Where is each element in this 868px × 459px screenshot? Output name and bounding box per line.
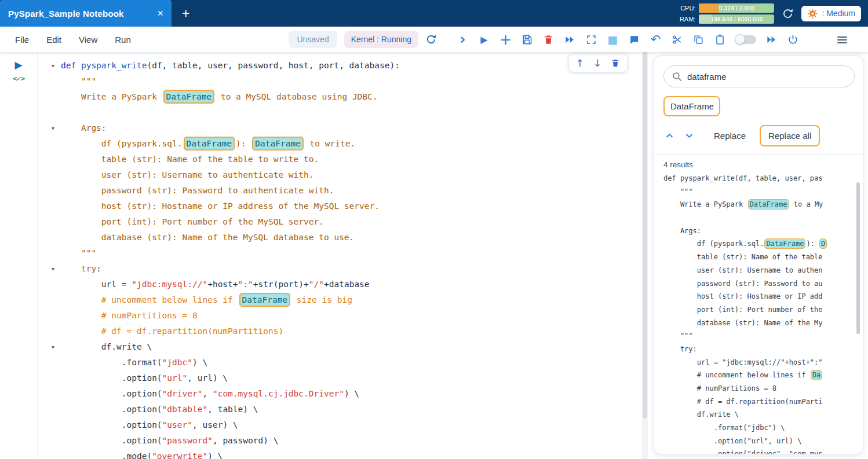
preview-line[interactable]: try:: [663, 343, 855, 356]
code-token: Args:: [663, 227, 701, 235]
code-line[interactable]: url = "jdbc:mysql://"+host+":"+str(port)…: [52, 277, 642, 292]
code-line[interactable]: .option("password", password) \: [52, 433, 642, 449]
code-line[interactable]: # df = df.repartition(numPartitions): [52, 324, 642, 339]
preview-line[interactable]: """: [663, 329, 855, 343]
code-editor[interactable]: ▾def pyspark_write(df, table, user, pass…: [37, 52, 642, 459]
fast-forward-button[interactable]: [761, 29, 782, 50]
replace-all-button[interactable]: Replace all: [760, 125, 820, 146]
code-line[interactable]: port (int): Port number of the MySQL ser…: [52, 214, 642, 230]
notebook-tab[interactable]: PySpark_Sample Notebook ×: [0, 0, 172, 27]
cut-button[interactable]: [666, 29, 688, 50]
code-line[interactable]: host (str): Hostname or IP address of th…: [52, 199, 642, 214]
new-tab-button[interactable]: +: [182, 6, 189, 21]
code-line[interactable]: table (str): Name of the table to write …: [52, 152, 642, 167]
preview-line[interactable]: .option("url", url) \: [663, 435, 855, 448]
undo-button[interactable]: ↶: [645, 29, 666, 50]
run-cell-button[interactable]: ▶: [473, 29, 495, 50]
run-all-button[interactable]: [559, 29, 581, 50]
code-line[interactable]: .option("dbtable", table) \: [52, 402, 642, 417]
delete-cell-button[interactable]: [611, 58, 620, 68]
code-line[interactable]: user (str): Username to authenticate wit…: [52, 167, 642, 183]
preview-line[interactable]: .format("jdbc") \: [663, 421, 855, 435]
instance-selector[interactable]: : Medium: [801, 6, 861, 21]
code-line[interactable]: df (pyspark.sql.DataFrame): DataFrame to…: [52, 136, 642, 152]
preview-line[interactable]: Write a PySpark DataFrame to a My: [663, 198, 855, 211]
main-menu-button[interactable]: ≡: [831, 29, 853, 50]
code-token: df.write \: [61, 342, 152, 351]
preview-line[interactable]: # uncomment below lines if Da: [663, 369, 855, 382]
fold-marker-icon[interactable]: ▾: [52, 339, 61, 355]
preview-line[interactable]: """: [663, 185, 855, 199]
menu-run[interactable]: Run: [115, 35, 131, 45]
preview-line[interactable]: host (str): Hostname or IP add: [663, 290, 855, 303]
preview-line[interactable]: # df = df.repartition(numParti: [663, 395, 855, 409]
preview-line[interactable]: user (str): Username to authen: [663, 264, 855, 277]
scrollbar-thumb[interactable]: [643, 52, 647, 418]
menu-file[interactable]: File: [15, 35, 29, 45]
code-line[interactable]: [52, 105, 642, 120]
preview-line[interactable]: df (pyspark.sql.DataFrame): D: [663, 237, 855, 251]
editor-scrollbar[interactable]: [642, 52, 648, 459]
code-line[interactable]: .format("jdbc") \: [52, 355, 642, 370]
preview-line[interactable]: [663, 211, 855, 225]
run-cell-gutter-button[interactable]: ▶: [14, 59, 22, 71]
restart-kernel-icon[interactable]: [425, 34, 437, 45]
fullscreen-button[interactable]: [581, 29, 602, 50]
next-match-button[interactable]: [683, 130, 695, 142]
code-line[interactable]: ▾ Args:: [52, 120, 642, 136]
code-line[interactable]: # uncomment below lines if DataFrame siz…: [52, 292, 642, 308]
replace-button[interactable]: Replace: [714, 131, 746, 141]
code-line[interactable]: .mode("overwrite") \: [52, 449, 642, 459]
search-input[interactable]: [687, 72, 847, 82]
fold-marker-icon[interactable]: ▾: [52, 58, 61, 74]
code-line[interactable]: ▾ df.write \: [52, 339, 642, 355]
preview-line[interactable]: password (str): Password to au: [663, 277, 855, 291]
code-line[interactable]: password (str): Password to authenticate…: [52, 183, 642, 199]
move-cell-down-button[interactable]: ↓: [593, 57, 601, 69]
stop-button[interactable]: ■: [602, 29, 623, 50]
paste-button[interactable]: [709, 29, 731, 50]
panel-scrollbar-thumb[interactable]: [856, 182, 860, 334]
menu-edit[interactable]: Edit: [46, 35, 61, 45]
code-text: .option("password", password) \: [61, 433, 278, 449]
delete-cell-button[interactable]: [538, 29, 559, 50]
preview-line[interactable]: port (int): Port number of the: [663, 303, 855, 317]
menu-view[interactable]: View: [79, 35, 97, 45]
copy-button[interactable]: [688, 29, 709, 50]
preview-line[interactable]: # numPartitions = 8: [663, 382, 855, 395]
preview-line[interactable]: database (str): Name of the My: [663, 317, 855, 330]
fold-marker-icon[interactable]: ▾: [52, 261, 61, 277]
gear-icon: [807, 8, 818, 19]
step-run-button[interactable]: ›: [452, 29, 473, 50]
code-line[interactable]: # numPartitions = 8: [52, 308, 642, 324]
shutdown-button[interactable]: [782, 29, 804, 50]
code-line[interactable]: .option("url", url) \: [52, 370, 642, 386]
preview-line[interactable]: url = "jdbc:mysql://"+host+":": [663, 356, 855, 369]
fold-marker-icon[interactable]: ▾: [52, 120, 61, 136]
preview-line[interactable]: .option("driver", "com.mys: [663, 447, 855, 454]
code-line[interactable]: """: [52, 74, 642, 89]
previous-match-button[interactable]: [663, 130, 676, 142]
code-token: database (str): Name of the My: [663, 319, 823, 327]
preview-line[interactable]: df.write \: [663, 408, 855, 421]
code-line[interactable]: """: [52, 245, 642, 261]
close-tab-icon[interactable]: ×: [157, 8, 163, 19]
comment-button[interactable]: [623, 29, 645, 50]
code-text: Write a PySpark DataFrame to a MySQL dat…: [61, 89, 378, 105]
code-line[interactable]: ▾ try:: [52, 261, 642, 277]
code-line[interactable]: .option("driver", "com.mysql.cj.jdbc.Dri…: [52, 386, 642, 402]
preview-line[interactable]: def pyspark_write(df, table, user, pas: [663, 172, 855, 185]
preview-line[interactable]: Args:: [663, 225, 855, 238]
code-token: "overwrite": [152, 451, 207, 459]
code-line[interactable]: Write a PySpark DataFrame to a MySQL dat…: [52, 89, 642, 105]
toggle-switch[interactable]: [735, 35, 756, 44]
refresh-resources-icon[interactable]: [782, 8, 794, 20]
code-line[interactable]: ▾def pyspark_write(df, table, user, pass…: [52, 58, 642, 74]
move-cell-up-button[interactable]: ↑: [576, 57, 584, 69]
code-line[interactable]: .option("user", user) \: [52, 417, 642, 433]
replace-input[interactable]: [663, 96, 720, 116]
preview-line[interactable]: table (str): Name of the table: [663, 251, 855, 264]
code-line[interactable]: database (str): Name of the MySQL databa…: [52, 230, 642, 245]
add-cell-button[interactable]: +: [495, 29, 516, 50]
save-button[interactable]: [516, 29, 538, 50]
